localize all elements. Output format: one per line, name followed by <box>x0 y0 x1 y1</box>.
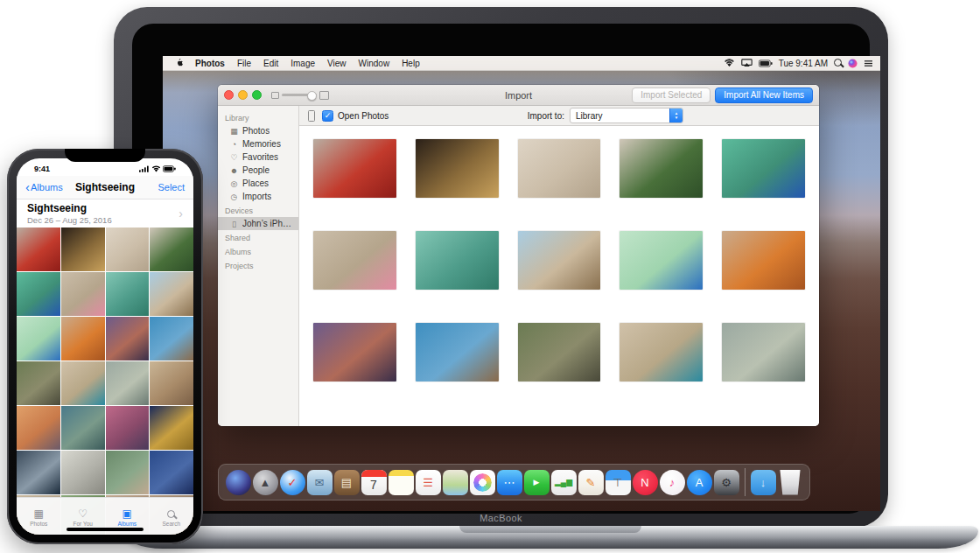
slider-knob[interactable] <box>307 91 317 101</box>
system-preferences-icon[interactable]: ⚙ <box>714 470 739 495</box>
people-icon: ☻ <box>229 166 239 175</box>
photo-donkey-cart-blue-wall[interactable] <box>416 323 499 382</box>
home-indicator[interactable] <box>66 528 144 531</box>
thumb-green-truck-colonnade[interactable] <box>150 228 193 271</box>
sidebar-item-favorites[interactable]: ♡Favorites <box>218 150 298 164</box>
spotlight-search-icon[interactable] <box>834 59 842 68</box>
photo-white-doorway[interactable] <box>518 139 601 198</box>
siri-icon[interactable] <box>226 470 251 495</box>
thumb-blue-car-green-facade[interactable] <box>17 272 60 316</box>
back-to-albums-button[interactable]: ‹ Albums <box>25 182 63 192</box>
thumb-night-grand-building[interactable] <box>61 228 105 271</box>
photo-street-dome-view[interactable] <box>722 323 805 382</box>
thumb-woman-green-door[interactable] <box>106 451 150 494</box>
thumb-boardwalk-steps[interactable] <box>61 451 105 494</box>
app-store-icon[interactable]: A <box>687 470 712 495</box>
thumb-people-blue-light[interactable] <box>150 451 193 494</box>
import-selected-button[interactable]: Import Selected <box>632 88 710 103</box>
siri-icon[interactable] <box>848 59 858 68</box>
menu-item-edit[interactable]: Edit <box>257 59 284 68</box>
thumb-white-doorway[interactable] <box>106 228 150 271</box>
zoom-button[interactable] <box>252 90 262 100</box>
thumb-teal-colonial-facade[interactable] <box>106 272 150 316</box>
photos-icon[interactable] <box>470 470 495 495</box>
thumb-street-with-people[interactable] <box>150 361 193 405</box>
menu-item-view[interactable]: View <box>321 59 353 68</box>
contacts-icon[interactable]: ▤ <box>334 470 360 495</box>
notification-list-icon[interactable] <box>864 60 873 67</box>
sidebar-item-imports[interactable]: ◷Imports <box>218 190 298 203</box>
album-header-row[interactable]: Sightseeing Dec 26 – Aug 25, 2016 › <box>17 199 193 228</box>
thumb-glass-dome-ceiling[interactable] <box>17 451 60 494</box>
sidebar-item-people[interactable]: ☻People <box>218 164 298 177</box>
messages-icon[interactable]: ⋯ <box>497 470 522 495</box>
sidebar-item-places[interactable]: ◎Places <box>218 177 298 190</box>
thumb-horse-cart-blue-house[interactable] <box>150 272 193 316</box>
sidebar-item-john-s-iph-[interactable]: ▯John’s iPh… <box>218 217 298 230</box>
menu-bar-clock[interactable]: Tue 9:41 AM <box>779 59 828 68</box>
tab-search[interactable]: Search <box>150 498 194 535</box>
minimize-button[interactable] <box>238 90 248 100</box>
thumb-sea-cliffs[interactable] <box>61 406 105 450</box>
photo-blue-car-green-facade[interactable] <box>722 139 805 198</box>
reminders-icon[interactable]: ☰ <box>416 470 441 495</box>
menu-item-help[interactable]: Help <box>396 59 426 68</box>
photo-sunset-hills[interactable] <box>313 323 396 382</box>
numbers-icon[interactable]: ▂▄▆ <box>551 470 577 495</box>
keynote-icon[interactable]: ⊤ <box>606 470 631 495</box>
photo-blue-car-stone-alley[interactable] <box>620 323 703 382</box>
menu-item-app-name[interactable]: Photos <box>189 59 231 68</box>
tab-photos[interactable]: ▦Photos <box>17 498 61 535</box>
close-button[interactable] <box>224 90 234 100</box>
thumb-vintage-sign[interactable] <box>17 361 60 405</box>
slider-track[interactable] <box>282 94 317 96</box>
thumb-orange-truck-alley[interactable] <box>61 317 105 360</box>
calendar-icon[interactable]: 7 <box>361 470 387 495</box>
news-icon[interactable]: N <box>633 470 658 495</box>
downloads-folder-icon[interactable]: ↓ <box>751 470 776 495</box>
select-button[interactable]: Select <box>158 182 185 192</box>
thumb-blue-car-mint-wall[interactable] <box>17 317 60 360</box>
import-destination-dropdown[interactable]: Library ▲▼ <box>570 108 683 123</box>
photo-pink-car-arches[interactable] <box>313 231 396 290</box>
thumb-donkey-cart-blue-wall[interactable] <box>150 317 193 360</box>
photo-night-grand-building[interactable] <box>416 139 499 198</box>
apple-menu-icon[interactable] <box>170 58 189 69</box>
notes-icon[interactable] <box>388 470 414 495</box>
thumb-street-dome-view[interactable] <box>106 361 150 405</box>
album-date-range: Dec 26 – Aug 25, 2016 <box>27 215 112 225</box>
facetime-icon[interactable]: ▶ <box>524 470 550 495</box>
safari-icon[interactable]: ✓ <box>280 470 305 495</box>
thumb-coastal-sunset[interactable] <box>17 406 60 450</box>
photo-teal-colonial-facade[interactable] <box>416 231 499 290</box>
maps-icon[interactable] <box>443 470 468 495</box>
launchpad-icon[interactable]: ▲ <box>253 470 278 495</box>
pages-icon[interactable]: ✎ <box>578 470 604 495</box>
dock-separator <box>745 468 746 496</box>
photo-vintage-sign[interactable] <box>518 323 601 382</box>
photo-orange-truck-alley[interactable] <box>722 231 805 290</box>
thumb-golden-star-lights[interactable] <box>150 406 193 450</box>
sidebar-item-photos[interactable]: ▦Photos <box>218 124 298 137</box>
sidebar-item-memories[interactable]: ◔Memories <box>218 137 298 150</box>
menu-item-image[interactable]: Image <box>284 59 321 68</box>
itunes-icon[interactable]: ♪ <box>660 470 685 495</box>
thumbnail-size-slider[interactable] <box>271 91 329 100</box>
photo-red-classic-car[interactable] <box>313 139 396 198</box>
menu-item-window[interactable]: Window <box>353 59 396 68</box>
photo-blue-car-mint-wall[interactable] <box>620 231 703 290</box>
import-all-button[interactable]: Import All New Items <box>715 88 813 103</box>
thumb-sunset-hills[interactable] <box>106 317 150 360</box>
open-photos-checkbox[interactable]: ✓ <box>322 110 333 122</box>
thumb-bridge-sunset[interactable] <box>106 406 150 450</box>
thumb-red-classic-car[interactable] <box>17 228 60 271</box>
thumb-pink-car-arches[interactable] <box>61 272 105 316</box>
dock: ▲✓✉▤7☰⋯▶▂▄▆✎⊤N♪A⚙↓ <box>218 464 810 500</box>
window-titlebar[interactable]: Import Import Selected Import All New It… <box>218 85 819 106</box>
trash-icon[interactable] <box>778 470 803 495</box>
mail-icon[interactable]: ✉ <box>307 470 332 495</box>
menu-item-file[interactable]: File <box>231 59 257 68</box>
photo-green-truck-colonnade[interactable] <box>620 139 703 198</box>
thumb-blue-car-stone-alley[interactable] <box>61 361 105 405</box>
photo-horse-cart-blue-house[interactable] <box>518 231 601 290</box>
